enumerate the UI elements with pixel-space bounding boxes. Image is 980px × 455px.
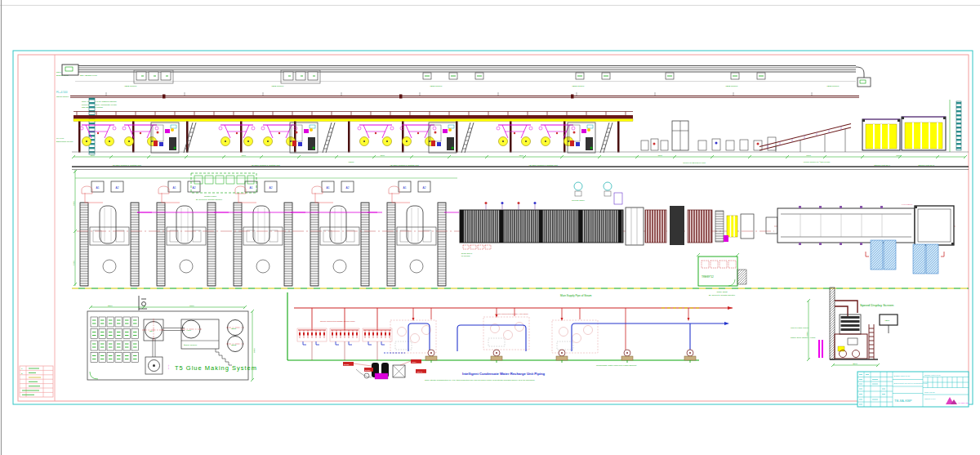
condensate-label: Condensate Water Main Pipe Lower Bracket <box>596 364 637 367</box>
revision-row-2: 2 <box>21 372 23 375</box>
busbar-tray: 250A Busbar Feed <box>62 65 871 87</box>
cable-shaft-label-2: By Series to Counter Electric <box>709 294 736 297</box>
dim-4500-3: 4500 <box>380 154 385 157</box>
drop-label-3: 4B1B 12.5kW <box>430 85 443 87</box>
titleblock-code: B1250-7500-2-1P <box>894 375 911 377</box>
access-ladder <box>869 324 874 359</box>
bay-label-4: 4B-1280 Unwind & Coating Unit <box>528 164 558 167</box>
plan-view: 9000 7500 Control Panel By Series to Cou… <box>72 167 969 297</box>
recharge-note: Once Steam Consumption is 4 t/h, this pr… <box>425 379 535 381</box>
control-panel-label-2: By Series to Counter Electric <box>196 199 223 201</box>
dim-4500-4: 4500 <box>519 154 523 157</box>
glue-tank-grid <box>91 317 139 363</box>
bay-label-2: 4B-1280 Unwind & Coating Unit <box>251 164 280 167</box>
busbar-feed-label: 250A Busbar Feed <box>80 74 97 77</box>
steam-conn-label-1: Steam Connection DN25 (Before 50m) <box>320 320 355 323</box>
elevation-dimension-chain: 4500 4500 4500 4500 4500 6300 6300 31500… <box>72 100 967 167</box>
condensate-piping <box>384 323 727 353</box>
electrical-room-label: TRE89*12 <box>702 275 714 279</box>
platform-spec-label: ≥1500 18.5kW <box>184 344 198 346</box>
level-staff-right <box>956 101 961 150</box>
glue-dim-2500: 2500 <box>108 305 113 307</box>
bay-label-3: 4B-1280 Unwind & Coating Unit <box>390 164 419 167</box>
titleblock-drawing-no: TB-8A-KBP <box>894 399 912 403</box>
drop-label-6: 4B1B 12.5kW <box>826 85 840 87</box>
steam-main-label: Main Supply Pipe of Steam <box>560 294 592 297</box>
dim-31500: 31500 <box>349 161 355 163</box>
speed-display-view: Speed Display Screen 4B18 <box>791 288 898 367</box>
dim-4500-2: 4500 <box>241 154 246 157</box>
motor-label: Y160 <box>186 329 191 332</box>
drop-label-1: 4B1B 12.5kW <box>124 85 137 87</box>
recharge-unit-cluster: DN25 DN20 PRV TRAP <box>343 359 426 379</box>
plan-machine-bays <box>80 181 459 286</box>
conveyor-bed-label: Conveyor Bed Drive Unit <box>683 162 706 164</box>
glue-making-system: JB4 Y160 ≥1500 18.5kW JBG1 JBG2 P-T5 <box>87 296 257 381</box>
glue-dim-8000: 8000 <box>253 348 256 353</box>
speed-display-title: Speed Display Screen <box>860 303 894 307</box>
conveyor-spec-label: 1400 52rpm <box>902 203 912 206</box>
callout-dn25: DN25 <box>344 364 350 366</box>
dim-6300-2: 6300 <box>896 154 901 157</box>
elevation-view: 5563 Busbar Trunk FL+4.500 Steam Supply … <box>56 65 969 167</box>
steam-conn-label-2: Steam Connection DN25 (After 50m) <box>495 313 528 315</box>
speed-note-2: Safety Door Switch + Lamp <box>791 337 816 339</box>
titleblock-code-top: B1250-7500-2-1P <box>924 374 941 377</box>
company-logo-text: HX-SMART <box>958 402 969 404</box>
level-staff-left <box>89 98 95 154</box>
bay-label-1: 4B-1280 Unwind & Coating Unit <box>112 164 141 167</box>
incline-label: Incline Conveyor ≈200 m/min <box>804 161 831 163</box>
stacker1-label: Stacker Unit No.1 <box>874 164 890 167</box>
drop-label-2: 4B1B 12.5kW <box>271 85 284 87</box>
plan-dim-9000: 9000 <box>73 201 75 206</box>
cooling-tower-label: Cooling Tower <box>572 199 585 202</box>
titleblock-date: 2024.05.18 <box>924 391 935 394</box>
callout-dn20: DN20 <box>365 369 371 372</box>
dim-4500-5: 4500 <box>657 154 662 157</box>
cad-drawing-canvas: A1 A2 <box>0 0 980 455</box>
callout-prv: PRV <box>412 361 416 364</box>
title-block: B1250-7500-2-1P Equipment Layout of Prod… <box>858 372 969 407</box>
titleblock-name: Equipment Layout of Production Line <box>894 382 929 385</box>
glue-system-title: T5 Glue Making System <box>175 364 257 372</box>
display-screen: 4B18 <box>880 314 898 333</box>
stacker-chambers <box>862 117 946 150</box>
steam-pipe-run: Note: cable tray to be installed 350mm b… <box>70 92 859 109</box>
drop-label-5: 4B1B 12.5kW <box>725 85 738 87</box>
stacker2-label: Stacker Unit No.2 <box>918 164 934 167</box>
mixer1-label: JBG1 <box>231 328 237 330</box>
dim-4500-1: 4500 <box>90 154 95 157</box>
mixer2-label: JBG2 <box>231 344 237 346</box>
revision-row-1: 1 <box>21 368 23 370</box>
mixer-jb-label: JB4 <box>149 330 154 332</box>
revision-table: 1 2 <box>20 366 53 397</box>
busbar-drop-clusters: 4B1B 12.5kW 4B1B 12.5kW 4B1B 12.5kW 4B1B… <box>124 70 840 87</box>
recharge-system-title: Intelligent Condensate Water Recharge Un… <box>462 372 545 376</box>
titleblock-sheet: Sheet 1 of 1 <box>924 398 936 400</box>
drain-label-2: to Trench <box>461 255 470 257</box>
callout-trap: TRAP <box>417 371 423 373</box>
glue-pump-tag: P-T5 <box>167 364 170 369</box>
elevation-floor-tag: FL±0.00 <box>56 137 65 140</box>
plan-dim-7500: 7500 <box>73 261 75 265</box>
steam-schematic: DN25 DN20 PRV TRAP Main Supply Pipe of S… <box>287 292 733 381</box>
speed-dim-2500: 2500 <box>853 363 858 365</box>
dim-6300-1: 6300 <box>806 154 811 157</box>
pallet-stacks <box>866 240 944 274</box>
cooling-tower-symbols: Cooling Tower <box>572 182 622 204</box>
glue-dim-3000: 3000 <box>189 305 194 307</box>
speed-note-1: Wall to Lamp Travel <box>791 327 808 329</box>
elevation-steam-level-tag: FL+4.500 <box>56 91 68 94</box>
elevation-floor-tag-sub: Equipment Layout <box>56 141 73 143</box>
drying-tunnel: Drain DN40 to Trench <box>460 202 623 257</box>
display-screen-text: 4B18 <box>884 319 889 322</box>
elevation-steam-tag-sub: Steam Supply <box>56 96 69 98</box>
outfeed-conveyor: 1400 52rpm <box>777 203 954 245</box>
post-dryer-units <box>626 206 777 245</box>
drop-label-4: 4B1B 12.5kW <box>572 85 585 87</box>
electrical-room: TRE89*12 Cable Shaft By Series to Counte… <box>697 253 746 297</box>
downstream-machine-train <box>641 121 776 150</box>
